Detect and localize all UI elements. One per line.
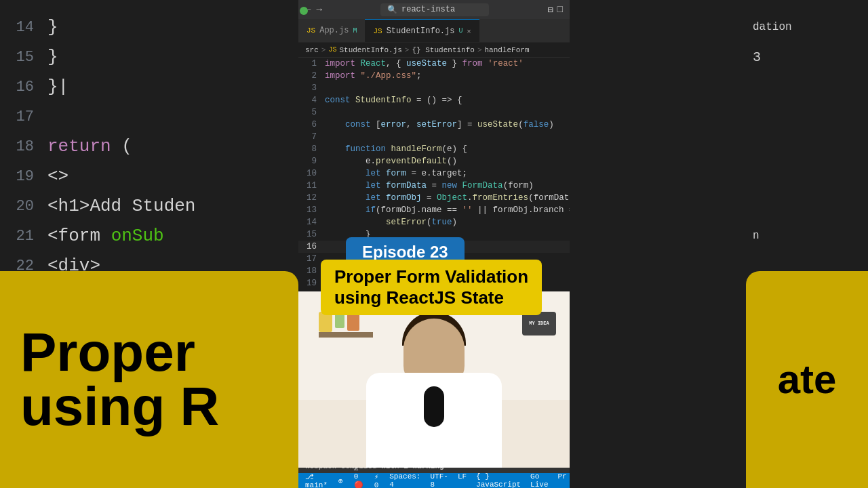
title-overlay-text: Proper Form Validation using ReactJS Sta… [334,266,528,308]
editor-line-9: 9 e.preventDefault() [298,155,570,167]
status-encoding: UTF-8 [430,472,448,488]
tab-studentinfo[interactable]: JS StudentInfo.js U ✕ [365,19,479,42]
bg-big-text-line2: using R [20,380,278,434]
breadcrumb: src > JS StudentInfo.js > {} Studentinfo… [298,43,570,58]
breadcrumb-file: StudentInfo.js [339,46,401,54]
editor-line-11: 11 let formData = new FormData(form) [298,180,570,192]
editor-line-6: 6 const [error, setError] = useState(fal… [298,119,570,131]
status-pr[interactable]: Pr [558,472,567,488]
green-dot [300,7,308,15]
search-icon: 🔍 [387,5,397,15]
bg-right-code: dation 3 n Add name" name="name"/; e="br… [746,0,868,488]
bg-big-text-line1: Proper [20,325,278,380]
status-eol: LF [458,472,467,488]
tab-studentinfo-label: StudentInfo.js [387,26,455,36]
status-branch: ⎇ main* [305,472,328,489]
status-warnings: ⚡ 0 [374,472,379,489]
tab-studentinfo-indicator: U [458,27,462,35]
tab-appjs-label: App.js [319,26,349,35]
tab-bar: JS App.js M JS StudentInfo.js U ✕ [298,19,570,43]
split-editor-icon[interactable]: ⊟ [547,4,553,16]
editor-line-3: 3 [298,82,570,94]
bg-left-code: 14 } 15} 16 }| 17 18 return ( 19 <> 20 <… [0,0,298,488]
episode-badge-text: Episode 23 [362,243,448,261]
editor-line-10: 10 let form = e.target; [298,167,570,180]
room-shelf [319,332,373,338]
person-microphone [424,386,444,427]
mic-icon: 🎙 [429,451,439,462]
toggle-panel-icon[interactable]: □ [557,4,563,16]
status-sync: ⊕ [338,476,343,485]
status-spaces: Spaces: 4 [389,472,420,488]
editor-line-13: 13 if(formObj.name == '' || formObj.bran… [298,204,570,216]
title-bar: ← → 🔍 react-insta ⊟ □ [298,0,570,19]
breadcrumb-sep2: > [405,46,410,54]
video-overlay: MY IDEA 🎙 [298,291,570,468]
tab-close-button[interactable]: ✕ [467,27,471,35]
breadcrumb-sep3: > [477,46,482,54]
search-text: react-insta [401,5,455,14]
breadcrumb-method: handleForm [485,46,530,54]
search-bar[interactable]: 🔍 react-insta [380,3,489,16]
editor-line-8: 8 function handleForm(e) { [298,143,570,155]
editor-line-7: 7 [298,131,570,143]
breadcrumb-src: src [305,46,319,54]
tab-appjs[interactable]: JS App.js M [298,19,365,42]
title-line1: Proper Form Validation [334,266,528,287]
forward-button[interactable]: → [316,4,321,15]
breadcrumb-sep1: > [321,46,326,54]
breadcrumb-class: {} Studentinfo [412,46,474,54]
status-go-live[interactable]: Go Live [530,472,548,488]
editor-line-5: 5 [298,106,570,119]
bg-right-yellow-text: ate [778,359,837,400]
status-language: { } JavaScript [476,472,521,488]
title-line2: using ReactJS State [334,287,504,308]
status-bar: ⎇ main* ⊕ ⚠ 0 🔴 0 ⚡ 0 Spaces: 4 UTF-8 LF… [298,473,570,488]
editor-line-1: 1 import React, { useState } from 'react… [298,58,570,70]
editor-line-4: 4 const StudentInfo = () => { [298,94,570,106]
title-overlay: Proper Form Validation using ReactJS Sta… [321,260,542,315]
tab-appjs-indicator: M [353,27,357,35]
editor-line-12: 12 let formObj = Object.fromEntries(form… [298,192,570,204]
editor-line-14: 14 setError(true) [298,216,570,228]
wall-decor: MY IDEA [522,312,556,336]
editor-line-2: 2 import "./App.css"; [298,70,570,82]
